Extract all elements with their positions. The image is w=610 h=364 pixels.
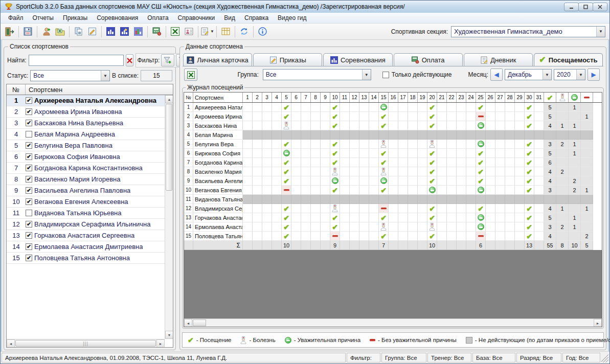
grid-day-cell[interactable] — [486, 186, 495, 195]
grid-row[interactable]: 15Половцева Татьяна✔✔✔✔42 — [184, 232, 602, 241]
grid-day-cell[interactable]: ✔ — [525, 204, 534, 213]
grid-day-cell[interactable] — [350, 186, 359, 195]
grid-day-cell[interactable] — [457, 195, 466, 204]
grid-day-cell[interactable]: ✔ — [282, 158, 291, 167]
grid-day-cell[interactable]: ✔ — [427, 232, 437, 241]
grid-day-cell[interactable] — [437, 232, 447, 241]
grid-day-cell[interactable] — [534, 167, 544, 176]
grid-day-cell[interactable] — [379, 222, 389, 232]
grid-day-cell[interactable] — [457, 112, 466, 121]
grid-day-cell[interactable] — [495, 204, 505, 213]
athlete-checkbox[interactable]: ✔ — [26, 232, 32, 239]
grid-day-cell[interactable] — [418, 112, 427, 121]
year-combobox[interactable]: 2020 ▼ — [554, 69, 585, 80]
chevron-down-icon[interactable]: ▼ — [576, 70, 585, 80]
grid-day-cell[interactable] — [301, 112, 311, 121]
grid-day-cell[interactable] — [495, 232, 505, 241]
grid-day-cell[interactable] — [262, 232, 272, 241]
filter-add-button[interactable] — [161, 54, 174, 66]
grid-day-cell[interactable]: ✔ — [525, 232, 534, 241]
grid-day-cell[interactable] — [311, 149, 321, 158]
grid-day-cell[interactable] — [369, 195, 379, 204]
grid-day-cell[interactable] — [486, 140, 495, 149]
grid-day-cell[interactable] — [534, 213, 544, 222]
grid-day-cell[interactable] — [447, 121, 457, 130]
grid-day-cell[interactable] — [369, 186, 379, 195]
grid-day-cell[interactable]: ✔ — [427, 204, 437, 213]
grid-day-cell[interactable] — [321, 232, 330, 241]
close-button[interactable] — [593, 3, 607, 11]
grid-day-cell[interactable] — [389, 130, 398, 140]
athletes-horizontal-scrollbar[interactable]: ◄ ||| ► — [7, 339, 165, 347]
chart-statistics-button[interactable] — [131, 25, 145, 38]
grid-day-cell[interactable] — [495, 121, 505, 130]
grid-day-cell[interactable] — [534, 232, 544, 241]
athlete-row[interactable]: 15 ✔ Половцева Татьяна Антоновна — [7, 253, 165, 264]
grid-day-cell[interactable] — [437, 103, 447, 112]
grid-day-cell[interactable] — [534, 158, 544, 167]
grid-day-cell[interactable] — [389, 158, 398, 167]
grid-day-cell[interactable]: ✔ — [525, 186, 534, 195]
grid-day-cell[interactable] — [418, 140, 427, 149]
grid-day-cell[interactable] — [379, 130, 389, 140]
refresh-button[interactable] — [237, 25, 251, 38]
grid-day-cell[interactable] — [311, 130, 321, 140]
grid-day-cell[interactable] — [389, 112, 398, 121]
menu-item-Отчеты[interactable]: Отчеты — [28, 13, 58, 22]
athlete-checkbox[interactable]: ✔ — [26, 153, 32, 160]
grid-day-cell[interactable]: ✔ — [476, 103, 486, 112]
scrollbar-thumb[interactable]: ||| — [15, 340, 156, 347]
grid-day-cell[interactable]: ✔ — [525, 140, 534, 149]
grid-day-cell[interactable]: ✔ — [282, 232, 291, 241]
grid-day-cell[interactable] — [457, 130, 466, 140]
chart-report-new-button[interactable] — [118, 25, 131, 38]
scrollbar-thumb[interactable] — [193, 320, 206, 326]
grid-day-cell[interactable] — [389, 103, 398, 112]
grid-day-cell[interactable] — [291, 140, 301, 149]
grid-day-cell[interactable]: ✔ — [427, 121, 437, 130]
grid-day-cell[interactable] — [262, 186, 272, 195]
grid-day-cell[interactable] — [330, 130, 340, 140]
grid-day-cell[interactable] — [466, 112, 476, 121]
grid-day-cell[interactable] — [389, 167, 398, 176]
grid-day-cell[interactable] — [457, 121, 466, 130]
grid-day-cell[interactable] — [272, 186, 282, 195]
grid-day-cell[interactable] — [408, 213, 418, 222]
grid-day-cell[interactable] — [427, 140, 437, 149]
grid-day-cell[interactable] — [408, 130, 418, 140]
grid-day-cell[interactable] — [340, 186, 350, 195]
grid-day-cell[interactable] — [350, 121, 359, 130]
grid-day-cell[interactable] — [291, 195, 301, 204]
grid-day-cell[interactable] — [301, 186, 311, 195]
grid-day-cell[interactable] — [408, 158, 418, 167]
grid-day-cell[interactable] — [389, 232, 398, 241]
grid-day-cell[interactable] — [408, 167, 418, 176]
grid-day-cell[interactable] — [291, 186, 301, 195]
scrollbar-thumb[interactable] — [166, 104, 172, 191]
grid-day-cell[interactable] — [262, 195, 272, 204]
grid-day-cell[interactable] — [447, 204, 457, 213]
grid-day-cell[interactable] — [272, 167, 282, 176]
grid-day-cell[interactable] — [369, 232, 379, 241]
grid-day-cell[interactable] — [437, 176, 447, 186]
grid-row[interactable]: 14Ермолаева Анастасия✔✔✔321 — [184, 222, 602, 232]
grid-day-cell[interactable] — [515, 112, 525, 121]
grid-day-cell[interactable] — [253, 158, 262, 167]
athlete-checkbox[interactable]: ✔ — [26, 142, 32, 149]
grid-day-cell[interactable]: ✔ — [525, 112, 534, 121]
grid-day-cell[interactable] — [495, 213, 505, 222]
grid-day-cell[interactable] — [340, 140, 350, 149]
scroll-left-icon[interactable]: ◄ — [7, 339, 15, 348]
grid-day-cell[interactable] — [379, 195, 389, 204]
grid-day-cell[interactable] — [321, 222, 330, 232]
grid-day-cell[interactable] — [437, 186, 447, 195]
grid-day-cell[interactable] — [476, 186, 486, 195]
grid-day-cell[interactable]: ✔ — [379, 149, 389, 158]
table-view-button[interactable] — [219, 25, 233, 38]
grid-day-cell[interactable] — [476, 222, 486, 232]
grid-day-cell[interactable] — [301, 167, 311, 176]
previous-month-button[interactable]: ◀ — [490, 69, 503, 81]
grid-day-cell[interactable] — [437, 195, 447, 204]
maximize-button[interactable] — [578, 3, 593, 11]
grid-day-cell[interactable] — [437, 158, 447, 167]
